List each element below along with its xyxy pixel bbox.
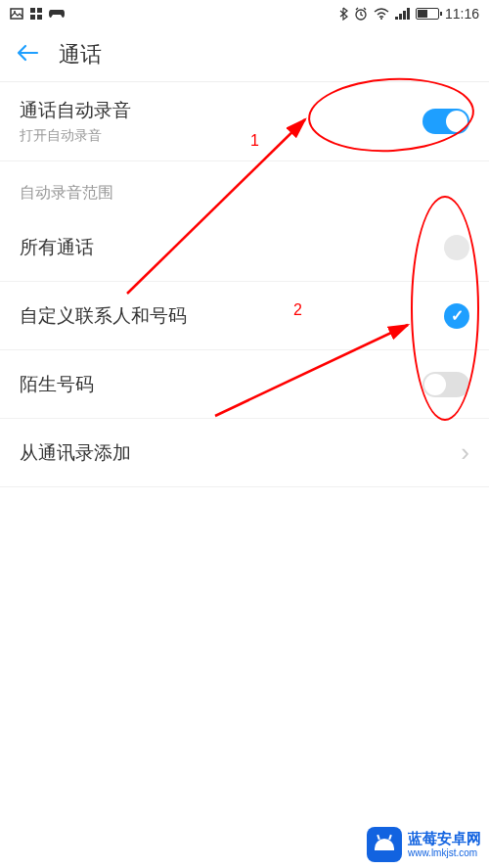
auto-record-row[interactable]: 通话自动录音 打开自动录音	[0, 82, 489, 161]
add-from-contacts-row[interactable]: 从通讯录添加 ›	[0, 419, 489, 487]
watermark-name: 蓝莓安卓网	[408, 831, 481, 847]
scope-section-label: 自动录音范围	[0, 161, 489, 213]
unknown-numbers-label: 陌生号码	[20, 372, 422, 397]
page-title: 通话	[59, 40, 102, 69]
svg-rect-4	[30, 15, 35, 20]
auto-record-subtitle: 打开自动录音	[20, 127, 422, 145]
apps-icon	[29, 7, 43, 21]
auto-record-toggle[interactable]	[422, 109, 469, 134]
custom-contacts-radio[interactable]	[444, 303, 469, 329]
svg-rect-5	[37, 15, 42, 20]
auto-record-title: 通话自动录音	[20, 98, 422, 123]
gallery-icon	[10, 7, 23, 21]
add-from-contacts-label: 从通讯录添加	[20, 440, 461, 466]
all-calls-label: 所有通话	[20, 235, 444, 260]
svg-point-7	[380, 18, 382, 20]
battery-icon	[416, 8, 439, 20]
svg-rect-0	[11, 9, 22, 19]
signal-icon	[395, 8, 410, 20]
back-button[interactable]	[16, 41, 39, 69]
all-calls-row[interactable]: 所有通话	[0, 213, 489, 282]
alarm-icon	[354, 7, 368, 21]
custom-contacts-row[interactable]: 自定义联系人和号码	[0, 282, 489, 350]
svg-rect-2	[30, 8, 35, 13]
watermark: 蓝莓安卓网 www.lmkjst.com	[367, 827, 481, 862]
wifi-icon	[374, 8, 389, 20]
watermark-url: www.lmkjst.com	[408, 847, 481, 858]
status-time: 11:16	[445, 6, 479, 22]
watermark-logo-icon	[367, 827, 402, 862]
bluetooth-icon	[338, 7, 348, 21]
page-header: 通话	[0, 27, 489, 82]
status-bar: 11:16	[0, 0, 489, 27]
all-calls-radio[interactable]	[444, 235, 469, 260]
chevron-right-icon: ›	[461, 437, 469, 468]
unknown-numbers-row[interactable]: 陌生号码	[0, 350, 489, 419]
svg-rect-3	[37, 8, 42, 13]
game-icon	[49, 8, 65, 20]
custom-contacts-label: 自定义联系人和号码	[20, 303, 444, 329]
unknown-numbers-toggle[interactable]	[422, 372, 469, 397]
